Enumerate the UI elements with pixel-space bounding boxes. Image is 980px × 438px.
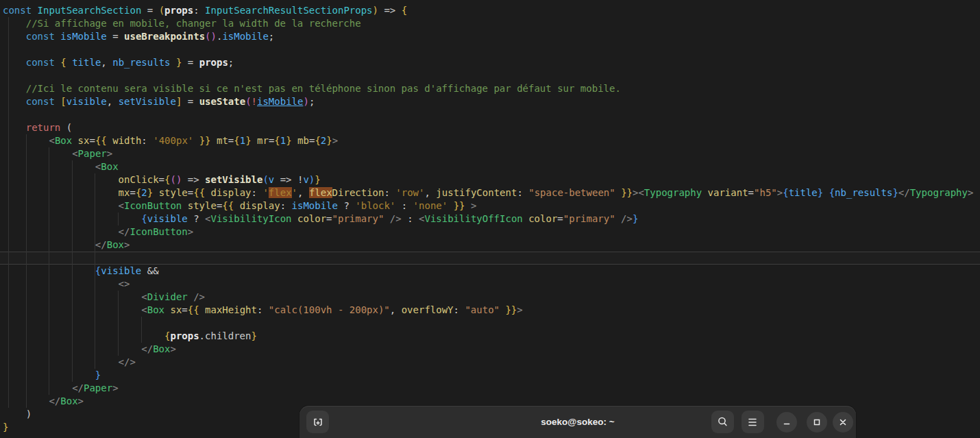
code-line: //Si affichage en mobile, changer la wid… [3, 17, 980, 30]
indent-guide [8, 17, 9, 408]
maximize-button[interactable] [807, 412, 827, 433]
terminal-title: soeko@sokeo: ~ [299, 406, 856, 438]
code-line: </Paper> [3, 382, 980, 395]
code-line [3, 69, 980, 82]
code-line: <Paper> [3, 147, 980, 160]
code-line: <Box sx={{ width: '400px' }} mt={1} mr={… [3, 134, 980, 147]
minimize-button[interactable] [776, 412, 797, 433]
code-line: {visible && [3, 265, 980, 278]
terminal-titlebar[interactable]: soeko@sokeo: ~ [299, 406, 856, 438]
code-line: const [visible, setVisible] = useState(!… [3, 95, 980, 108]
indent-guide [95, 173, 95, 369]
code-line: {props.children} [3, 330, 980, 343]
code-line: mx={2} style={{ display: 'flex', flexDir… [3, 186, 980, 199]
indent-guide [26, 134, 27, 408]
code-line: //Ici le contenu sera visible si ce n'es… [3, 82, 980, 95]
code-line: onClick={() => setVisible(v => !v)} [3, 173, 980, 186]
code-line: <Divider /> [3, 291, 980, 304]
search-button[interactable] [711, 411, 734, 433]
code-line [3, 317, 980, 330]
code-line: const { title, nb_results } = props; [3, 56, 980, 69]
code-line: </IconButton> [3, 226, 980, 239]
menu-icon [748, 417, 759, 427]
menu-button[interactable] [742, 411, 764, 433]
code-line: <Box [3, 160, 980, 173]
code-line [3, 43, 980, 56]
code-line [3, 108, 980, 121]
code-line: </Box> [3, 343, 980, 356]
code-line: } [3, 369, 980, 382]
code-line: <Box sx={{ maxHeight: "calc(100vh - 200p… [3, 304, 980, 317]
code-line [0, 252, 980, 265]
close-icon [839, 418, 847, 426]
indent-guide [72, 160, 73, 382]
code-line: const isMobile = useBreakpoints().isMobi… [3, 30, 980, 43]
code-line: </> [3, 356, 980, 369]
search-icon [717, 416, 728, 428]
minimize-icon [783, 418, 791, 426]
indent-guide [141, 317, 142, 343]
code-line: return ( [3, 121, 980, 134]
maximize-icon [813, 418, 821, 426]
code-line: </Box> [3, 239, 980, 252]
screen: const InputSearchSection = (props: Input… [0, 0, 980, 438]
code-editor[interactable]: const InputSearchSection = (props: Input… [0, 0, 980, 438]
indent-guide [118, 212, 119, 226]
code-line: {visible ? <VisibilityIcon color="primar… [3, 212, 980, 226]
indent-guide [49, 147, 49, 395]
indent-guide [118, 291, 119, 356]
code-line: const InputSearchSection = (props: Input… [3, 4, 980, 17]
close-button[interactable] [833, 412, 853, 433]
code-line: <> [3, 278, 980, 291]
code-line: <IconButton style={{ display: isMobile ?… [3, 199, 980, 212]
